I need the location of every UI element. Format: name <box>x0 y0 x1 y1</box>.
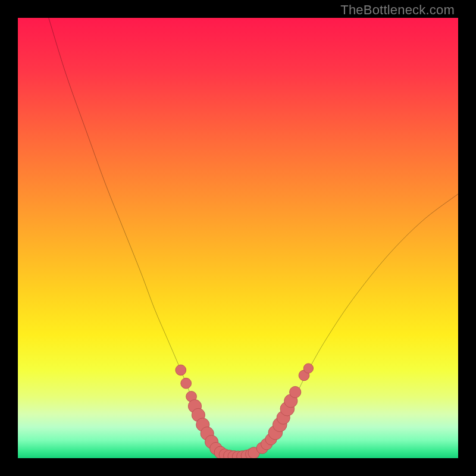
chart-svg <box>18 18 458 458</box>
data-marker <box>181 378 192 389</box>
marker-group <box>176 364 314 458</box>
watermark-text: TheBottleneck.com <box>340 2 455 18</box>
data-marker <box>290 386 301 397</box>
plot-area <box>18 18 458 458</box>
chart-frame: TheBottleneck.com <box>0 0 476 476</box>
bottleneck-curve <box>49 18 458 457</box>
data-marker <box>176 365 186 375</box>
data-marker <box>303 364 313 373</box>
